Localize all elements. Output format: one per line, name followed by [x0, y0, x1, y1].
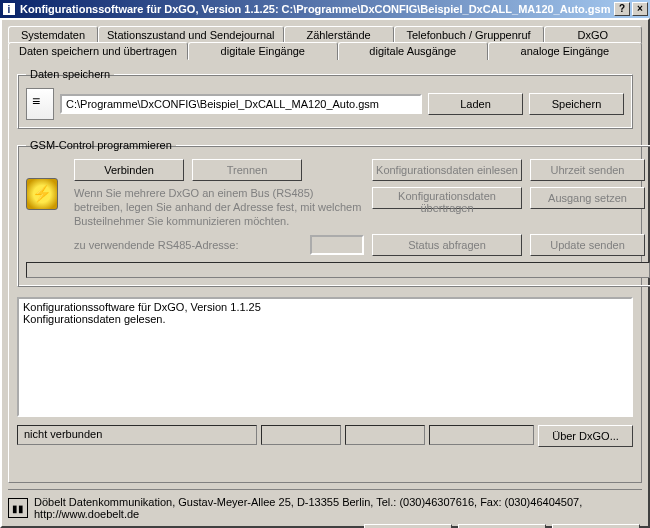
tab-daten-speichern[interactable]: Daten speichern und übertragen [8, 42, 188, 60]
company-logo-icon: ▮▮ [8, 498, 28, 518]
status-connection: nicht verbunden [17, 425, 257, 445]
window-title: Konfigurationssoftware für DxGO, Version… [20, 3, 612, 15]
help-dialog-button[interactable]: Hilfe [552, 524, 640, 528]
load-button[interactable]: Laden [428, 93, 523, 115]
status-cell-3 [345, 425, 425, 445]
log-output: Konfigurationssoftware für DxGO, Version… [17, 297, 633, 417]
tab-digitale-ausgaenge[interactable]: digitale Ausgänge [338, 42, 488, 60]
close-button[interactable]: × [632, 2, 648, 16]
tab-analoge-eingaenge[interactable]: analoge Eingänge [488, 42, 642, 60]
status-cell-4 [429, 425, 534, 445]
about-button[interactable]: Über DxGO... [538, 425, 633, 447]
tab-stationszustand[interactable]: Stationszustand und Sendejournal [98, 26, 284, 43]
window-body: Systemdaten Stationszustand und Sendejou… [0, 18, 650, 528]
dialog-buttons: Schließen Abbrechen Hilfe [8, 524, 642, 528]
write-config-button[interactable]: Konfigurationsdaten übertragen [372, 187, 522, 209]
gsm-instructions: Wenn Sie mehrere DxGO an einem Bus (RS48… [74, 187, 364, 228]
save-button[interactable]: Speichern [529, 93, 624, 115]
rs485-addr-input[interactable] [310, 235, 364, 255]
progress-bar [26, 262, 650, 278]
save-group: Daten speichern Laden Speichern [17, 68, 633, 129]
connect-button[interactable]: Verbinden [74, 159, 184, 181]
status-row: nicht verbunden Über DxGO... [17, 425, 633, 447]
gsm-group: GSM-Control programmieren ⚡ Verbinden Tr… [17, 139, 650, 287]
footer: ▮▮ Döbelt Datenkommunikation, Gustav-Mey… [8, 489, 642, 520]
read-config-button[interactable]: Konfigurationsdaten einlesen [372, 159, 522, 181]
tab-zaehlerstaende[interactable]: Zählerstände [284, 26, 394, 43]
query-status-button[interactable]: Status abfragen [372, 234, 522, 256]
send-time-button[interactable]: Uhrzeit senden [530, 159, 645, 181]
footer-text: Döbelt Datenkommunikation, Gustav-Meyer-… [34, 496, 642, 520]
send-update-button[interactable]: Update senden [530, 234, 645, 256]
gsm-icon: ⚡ [26, 178, 58, 210]
disconnect-button[interactable]: Trennen [192, 159, 302, 181]
set-output-button[interactable]: Ausgang setzen [530, 187, 645, 209]
app-icon: i [2, 2, 16, 16]
gsm-group-legend: GSM-Control programmieren [26, 139, 176, 151]
title-bar: i Konfigurationssoftware für DxGO, Versi… [0, 0, 650, 18]
tab-telefonbuch[interactable]: Telefonbuch / Gruppenruf [394, 26, 544, 43]
tabs-upper-row: Systemdaten Stationszustand und Sendejou… [8, 26, 642, 43]
tab-systemdaten[interactable]: Systemdaten [8, 26, 98, 43]
tabs-lower-row: Daten speichern und übertragen digitale … [8, 42, 642, 60]
help-button[interactable]: ? [614, 2, 630, 16]
close-dialog-button[interactable]: Schließen [364, 524, 452, 528]
tab-digitale-eingaenge[interactable]: digitale Eingänge [188, 42, 338, 60]
tab-dxgo[interactable]: DxGO [544, 26, 642, 43]
file-icon [26, 88, 54, 120]
rs485-addr-label: zu verwendende RS485-Adresse: [74, 239, 302, 251]
file-path-input[interactable] [60, 94, 422, 114]
tab-panel: Daten speichern Laden Speichern GSM-Cont… [8, 59, 642, 483]
status-cell-2 [261, 425, 341, 445]
save-group-legend: Daten speichern [26, 68, 114, 80]
cancel-dialog-button[interactable]: Abbrechen [458, 524, 546, 528]
